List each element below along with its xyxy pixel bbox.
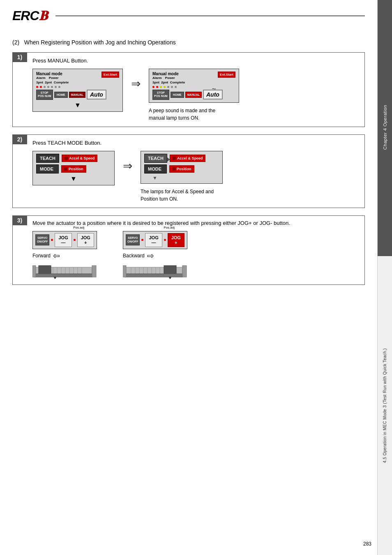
panel-3pnt-1: 3pnt 2pnt Complete: [36, 81, 69, 84]
result-text-1: A peep sound is made and the manual lamp…: [149, 107, 231, 122]
servo-led-backward: [141, 239, 143, 241]
panel-left-1: Manual mode Alarm Power 3pnt 2pnt Comple…: [36, 72, 69, 84]
svg-text:▼: ▼: [168, 275, 173, 279]
actuator-backward: ▼: [123, 262, 201, 280]
mode-btn-after[interactable]: MODE: [144, 164, 167, 173]
forward-label-row: Forward ⇦: [32, 251, 60, 261]
svg-rect-32: [123, 266, 126, 277]
servo-btn-backward[interactable]: SERVOON/OFF: [126, 234, 140, 245]
pos-btn-before[interactable]: Position: [61, 165, 86, 173]
accel-btn-before[interactable]: Accel & Speed: [62, 155, 98, 162]
step-2-content: Press TEACH MODE Button. TEACH Accel & S…: [13, 135, 364, 208]
logo: ERC𝐁: [12, 8, 47, 23]
step-1-box: 1) Press MANUAL Button. Manual mode Alar…: [12, 52, 365, 127]
led-1: [36, 86, 38, 88]
btn-manual-after-1[interactable]: MANUAL: [185, 92, 202, 98]
servo-btn-forward[interactable]: SERVOON/OFF: [35, 234, 49, 245]
ext-start-btn-1[interactable]: Ext.Start: [101, 72, 119, 78]
teach-row-2: MODE Position: [36, 164, 111, 173]
step-3-content: Move the actuator to a position where it…: [13, 216, 364, 284]
led-3: [44, 86, 46, 88]
btn-home-1[interactable]: HOME: [54, 92, 68, 98]
alarm-power-after-1: Alarm Power: [152, 76, 185, 80]
teach-panel-before-2: TEACH Accel & Speed MODE Position ▼: [32, 151, 115, 185]
panel-with-result-1: Manual mode Alarm Power 3pnt 2pnt Comple…: [149, 69, 239, 122]
svg-rect-13: [35, 274, 92, 277]
header-divider: [55, 15, 365, 16]
chapter-tab: Chapter 4 Operation: [378, 0, 392, 255]
teach-row-after-1: TEACH Accel & Speed: [144, 154, 219, 163]
btn-stop-after-1[interactable]: STOPPOS NUM: [152, 90, 169, 100]
page-header: ERC𝐁: [12, 8, 365, 27]
jog-plus-led-backward: [164, 239, 166, 241]
step-2-number: 2): [12, 134, 27, 144]
svg-rect-31: [182, 266, 187, 277]
led-5: [51, 86, 53, 88]
logo-suffix: 𝐁: [39, 8, 47, 23]
pos-adj-label-forward: Pos.adj: [73, 226, 84, 229]
jog-minus-btn-forward[interactable]: JOG—: [55, 233, 71, 247]
btn-stop-1[interactable]: STOPPOS NUM: [36, 90, 53, 100]
panel-before-1: Manual mode Alarm Power 3pnt 2pnt Comple…: [32, 69, 123, 112]
jog-minus-led-forward: [74, 239, 76, 241]
teach-arrow: [167, 157, 170, 162]
pos-indicator-after: [172, 167, 175, 171]
led-7: [58, 86, 60, 88]
actuator-svg-forward: ▼: [32, 262, 111, 279]
jog-diagram-row: Pos.adj SERVOON/OFF JOG— JOG+ Forward ⇦: [32, 231, 360, 280]
teach-btn-before[interactable]: TEACH: [36, 154, 59, 163]
mode-label-1: Manual mode: [36, 72, 69, 76]
side-tab: Chapter 4 Operation 4.5 Operation in MEC…: [377, 0, 392, 555]
forward-label: Forward: [32, 253, 51, 259]
led-4: [47, 86, 49, 88]
chapter-label: Chapter 4 Operation: [383, 105, 387, 150]
teach-btn-after[interactable]: TEACH: [144, 154, 167, 163]
teach-row-after-2: MODE Position: [144, 164, 219, 173]
arrow-1: ⇒: [131, 77, 141, 90]
page-number: 283: [363, 541, 371, 547]
pos-indicator-before: [64, 167, 67, 171]
pos-btn-after[interactable]: Position: [169, 165, 194, 173]
section-tab: 4.5 Operation in MEC Mode 3 (Test Run wi…: [378, 255, 392, 555]
backward-label-row: Backward ⇨: [123, 251, 154, 261]
forward-arrow-icon: ⇦: [53, 251, 60, 261]
ext-start-after-1[interactable]: Ext.Start: [218, 72, 235, 78]
section-label: 4.5 Operation in MEC Mode 3 (Test Run wi…: [383, 348, 387, 463]
result-text-2: The lamps for Accel & Speed and Position…: [141, 188, 223, 203]
panel-after-1: Manual mode Alarm Power 3pnt 2pnt Comple…: [149, 69, 239, 103]
accel-indicator-before: [65, 157, 68, 160]
jog-plus-btn-backward[interactable]: JOG+: [168, 233, 184, 247]
step-2-box: 2) Press TEACH MODE Button. TEACH Accel …: [12, 134, 365, 208]
btn-auto-1[interactable]: Auto: [87, 90, 106, 99]
step-2-diagram-row: TEACH Accel & Speed MODE Position ▼: [32, 151, 360, 203]
alarm-power-1: Alarm Power: [36, 76, 69, 80]
jog-minus-btn-backward[interactable]: JOG—: [145, 233, 162, 247]
jog-plus-btn-forward[interactable]: JOG+: [77, 233, 94, 247]
svg-rect-15: [32, 266, 36, 277]
step-1-number: 1): [12, 52, 27, 62]
backward-label: Backward: [123, 253, 145, 259]
cursor-1: ▼: [36, 102, 119, 109]
accel-btn-after[interactable]: Accel & Speed: [170, 155, 206, 162]
led-a4: [164, 86, 166, 88]
svg-text:▼: ▼: [53, 275, 58, 279]
mode-btn-before[interactable]: MODE: [36, 164, 59, 173]
panel-left-after-1: Manual mode Alarm Power 3pnt 2pnt Comple…: [152, 72, 185, 84]
step-2-desc: Press TEACH MODE Button.: [32, 140, 360, 146]
led-a1: [152, 86, 154, 88]
vibration-icon: ~: [212, 85, 216, 93]
led-a3: [160, 86, 162, 88]
leds-after-1: [152, 86, 235, 88]
step-1-diagram-row: Manual mode Alarm Power 3pnt 2pnt Comple…: [32, 69, 360, 122]
svg-rect-14: [92, 266, 96, 277]
jog-forward-unit: Pos.adj SERVOON/OFF JOG— JOG+ Forward ⇦: [32, 231, 111, 280]
step-1-content: Press MANUAL Button. Manual mode Alarm P…: [13, 53, 364, 127]
section-title: (2) When Registering Position with Jog a…: [12, 39, 365, 46]
btn-manual-1[interactable]: MANUAL: [69, 92, 85, 98]
btn-home-after-1[interactable]: HOME: [171, 92, 184, 98]
step-1-desc: Press MANUAL Button.: [32, 58, 360, 64]
down-arrow-teach: ▼: [152, 175, 219, 181]
ctrl-buttons-1: STOPPOS NUM HOME MANUAL Auto: [36, 90, 119, 100]
step-3-desc: Move the actuator to a position where it…: [32, 220, 360, 226]
panel-with-result-2: TEACH Accel & Speed MODE: [141, 151, 223, 203]
